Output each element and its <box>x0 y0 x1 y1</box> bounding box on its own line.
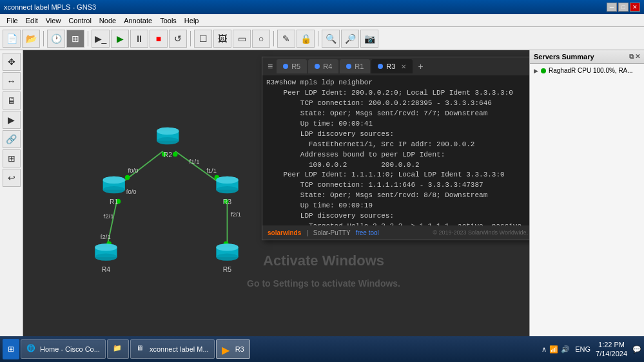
panel-close-icon[interactable]: ✕ <box>635 53 640 61</box>
solarwinds-brand: solarwinds <box>268 229 301 236</box>
server-status-dot <box>541 68 546 73</box>
console-button[interactable]: ▶_ <box>92 30 110 48</box>
rotate-button[interactable]: ↩ <box>3 169 21 187</box>
maximize-button[interactable]: □ <box>618 3 629 12</box>
volume-icon[interactable]: 🔊 <box>561 345 570 354</box>
svg-text:f2/1: f2/1 <box>104 213 114 220</box>
r3-tab-label: R3 <box>386 62 395 70</box>
panel-title: Servers Summary <box>534 53 594 61</box>
right-panel: Servers Summary ⧉ ✕ ▶ RaghadR CPU 100.0%… <box>529 50 644 344</box>
start-button[interactable]: ▶ <box>111 30 129 48</box>
svg-point-22 <box>157 128 179 135</box>
open-button[interactable]: 📂 <box>22 30 40 48</box>
panel-header: Servers Summary ⧉ ✕ <box>530 50 644 64</box>
main-area: ✥ ↔ 🖥 ▶ 🔗 ⊞ ↩ f0/0 <box>0 50 644 344</box>
close-button[interactable]: ✕ <box>630 3 640 12</box>
svg-text:R1: R1 <box>110 198 119 205</box>
pause-button[interactable]: ⏸ <box>130 30 148 48</box>
svg-point-33 <box>216 176 238 184</box>
chrome-icon: 🌐 <box>26 344 37 354</box>
monitor-button[interactable]: 🖥 <box>3 91 21 110</box>
taskbar: ⊞ 🌐 Home - Cisco Co... 📁 🖥 xconnect labe… <box>0 336 644 362</box>
group-button[interactable]: ⊞ <box>3 149 21 167</box>
move-button[interactable]: ↔ <box>3 72 21 90</box>
pan-button[interactable]: ✥ <box>3 53 21 71</box>
svg-text:R4: R4 <box>102 266 111 273</box>
menu-view[interactable]: View <box>42 15 65 26</box>
svg-text:f1/1: f1/1 <box>206 167 217 174</box>
notifications-icon[interactable]: 💬 <box>632 345 641 354</box>
canvas-area[interactable]: f0/0 f1/1 f1/1 f2/1 f2/1 f2/1 <box>23 50 529 344</box>
svg-point-43 <box>216 243 238 251</box>
add-node-button[interactable]: ☐ <box>194 30 212 48</box>
svg-text:R3: R3 <box>223 198 232 205</box>
taskbar-gns3[interactable]: 🖥 xconnect label M... <box>130 339 215 359</box>
menu-control[interactable]: Control <box>64 15 95 26</box>
network-icon[interactable]: 📶 <box>549 345 558 354</box>
tray-arrow[interactable]: ∧ <box>542 345 547 354</box>
putty-product: Solar-PuTTY <box>313 229 351 236</box>
r5-tab-label: R5 <box>291 62 300 70</box>
minimize-button[interactable]: ─ <box>607 3 617 12</box>
zoom-in-button[interactable]: 🔍 <box>322 30 340 48</box>
terminal-titlebar: ≡ R5 R4 R1 R3 <box>262 57 529 75</box>
menu-bar: File Edit View Control Node Annotate Too… <box>0 14 644 27</box>
toolbar-sep-1 <box>43 31 44 46</box>
menu-file[interactable]: File <box>3 15 22 26</box>
divider-icon: | <box>306 229 308 236</box>
lang-indicator[interactable]: ENG <box>575 345 590 353</box>
svg-text:R2: R2 <box>164 151 173 158</box>
svg-text:f2/1: f2/1 <box>101 233 111 240</box>
svg-point-32 <box>216 186 238 193</box>
taskbar-terminal[interactable]: ▶ R3 <box>216 339 250 359</box>
stop-button[interactable]: ■ <box>150 30 168 48</box>
history-button[interactable]: 🕐 <box>47 30 65 48</box>
panel-float-icon[interactable]: ⧉ <box>629 53 634 61</box>
link-button[interactable]: 🔗 <box>3 130 21 148</box>
menu-edit[interactable]: Edit <box>22 15 42 26</box>
r5-tab-dot <box>283 64 288 69</box>
taskbar-chrome[interactable]: 🌐 Home - Cisco Co... <box>21 339 106 359</box>
menu-node[interactable]: Node <box>95 15 120 26</box>
new-button[interactable]: 📄 <box>3 30 21 48</box>
clock-time: 1:22 PM <box>596 340 627 349</box>
terminal-tab-r1[interactable]: R1 <box>340 59 370 73</box>
r4-tab-label: R4 <box>323 62 332 70</box>
add-image-button[interactable]: 🖼 <box>213 30 231 48</box>
terminal-body[interactable]: R3#show mpls ldp neighbor Peer LDP Ident… <box>262 75 529 225</box>
window-controls: ─ □ ✕ <box>607 3 640 12</box>
start-button[interactable]: ⊞ <box>3 339 19 359</box>
gns3-label: xconnect label M... <box>150 345 209 353</box>
add-ellipse-button[interactable]: ○ <box>252 30 270 48</box>
device-button[interactable]: ▶ <box>3 111 21 129</box>
panel-content: ▶ RaghadR CPU 100.0%, RA... <box>530 64 644 77</box>
r4-tab-dot <box>315 64 320 69</box>
start-icon: ⊞ <box>8 345 14 354</box>
menu-tools[interactable]: Tools <box>156 15 181 26</box>
terminal-tab-r5[interactable]: R5 <box>277 59 307 73</box>
canvas-background: f0/0 f1/1 f1/1 f2/1 f2/1 f2/1 <box>23 50 529 344</box>
add-rect-button[interactable]: ▭ <box>233 30 251 48</box>
terminal-window[interactable]: ≡ R5 R4 R1 R3 <box>262 57 529 240</box>
putty-type: free tool <box>356 229 379 236</box>
terminal-menu-icon[interactable]: ≡ <box>265 61 275 71</box>
menu-help[interactable]: Help <box>181 15 203 26</box>
menu-annotate[interactable]: Annotate <box>120 15 156 26</box>
server-item[interactable]: ▶ RaghadR CPU 100.0%, RA... <box>531 65 643 76</box>
taskbar-explorer[interactable]: 📁 <box>107 339 129 359</box>
chrome-label: Home - Cisco Co... <box>40 345 100 353</box>
zoom-out-button[interactable]: 🔎 <box>341 30 359 48</box>
draw-button[interactable]: ✎ <box>277 30 295 48</box>
lock-button[interactable]: 🔒 <box>297 30 315 48</box>
app-title: xconnect label MPLS - GNS3 <box>4 3 96 11</box>
reload-button[interactable]: ↺ <box>169 30 187 48</box>
terminal-tab-r3[interactable]: R3 ✕ <box>371 59 413 73</box>
screenshot-button[interactable]: 📷 <box>360 30 378 48</box>
svg-point-21 <box>157 137 179 144</box>
r3-tab-close[interactable]: ✕ <box>401 63 406 70</box>
terminal-tab-r4[interactable]: R4 <box>308 59 338 73</box>
add-tab-button[interactable]: + <box>414 61 427 71</box>
topology-button[interactable]: ⊞ <box>66 30 84 48</box>
expand-arrow-icon: ▶ <box>534 68 538 74</box>
clock[interactable]: 1:22 PM 7/14/2024 <box>596 340 627 359</box>
